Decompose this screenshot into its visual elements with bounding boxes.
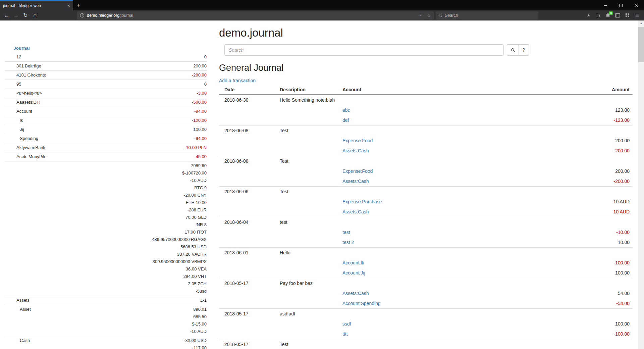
account-name-link[interactable]: Jij bbox=[5, 125, 92, 134]
posting-account-link[interactable]: Expense:Food bbox=[342, 168, 373, 174]
extension-icon[interactable]: 0 bbox=[603, 11, 613, 20]
sidebar-account-row: 7989.60$-100720.00-10 AUDBTC 9-20.00 CNY… bbox=[5, 161, 207, 296]
journal-header-row: Date Description Account Amount bbox=[219, 85, 633, 95]
transaction-row[interactable]: 2018-06-08Test bbox=[219, 156, 633, 166]
page-scrollbar[interactable]: ▲ bbox=[638, 20, 644, 349]
main-panel: demo.journal ? General Journal Add a tra… bbox=[219, 20, 633, 349]
account-name-link[interactable]: 4101 Girokonto bbox=[5, 71, 92, 80]
account-balance: 890.01685.50$-15.00-10 AUD bbox=[92, 305, 207, 336]
account-name-link[interactable]: <u>hello</u> bbox=[5, 89, 92, 98]
posting-account-link[interactable]: Account:lk bbox=[342, 260, 364, 265]
posting-account-link[interactable]: Assets:Cash bbox=[342, 291, 369, 296]
posting-account-link[interactable]: abc bbox=[342, 107, 350, 113]
posting-account-link[interactable]: test 2 bbox=[342, 240, 354, 245]
search-submit-button[interactable] bbox=[507, 44, 519, 56]
account-name-link[interactable]: Asets:MunyPile bbox=[5, 152, 92, 161]
account-name-link[interactable]: 301 Beiträge bbox=[5, 62, 92, 71]
transaction-row[interactable]: 2018-06-08Test bbox=[219, 126, 633, 136]
account-name-link[interactable]: Cash bbox=[5, 336, 92, 349]
transaction-row[interactable]: 2018-05-17Pay foo bar baz bbox=[219, 278, 633, 289]
empty-description-cell bbox=[274, 319, 337, 329]
maximize-button[interactable] bbox=[613, 0, 629, 10]
library-icon[interactable] bbox=[593, 11, 603, 20]
empty-amount-cell bbox=[569, 126, 633, 136]
transaction-row[interactable]: 2018-06-01Hello bbox=[219, 248, 633, 258]
posting-account-link[interactable]: Account:Jij bbox=[342, 270, 365, 276]
account-name-link[interactable]: Account bbox=[5, 107, 92, 116]
account-name-link[interactable]: 95 bbox=[5, 80, 92, 89]
page-actions-icon[interactable]: ⋯ bbox=[418, 13, 423, 18]
search-buttons: ? bbox=[507, 44, 529, 56]
account-name-link[interactable]: 12 bbox=[5, 53, 92, 62]
transaction-description: Hello Something note:blah bbox=[274, 95, 337, 105]
account-balance: -3.00 bbox=[92, 89, 207, 98]
account-name-link[interactable]: lk bbox=[5, 116, 92, 125]
tab-close-icon[interactable]: × bbox=[67, 3, 70, 8]
empty-description-cell bbox=[274, 166, 337, 176]
account-name-link[interactable]: Aaasets:DH bbox=[5, 98, 92, 107]
back-button[interactable]: ← bbox=[2, 11, 11, 20]
transaction-row[interactable]: 2018-06-30Hello Something note:blah bbox=[219, 95, 633, 105]
empty-description-cell bbox=[274, 146, 337, 156]
transaction-row[interactable]: 2018-06-06Test bbox=[219, 187, 633, 197]
posting-account-link[interactable]: Assets:Cash bbox=[342, 179, 369, 184]
transaction-row[interactable]: 2018-05-17Test bbox=[219, 339, 633, 349]
sidebar-account-row: 4101 Girokonto-200.00 bbox=[5, 71, 207, 80]
balance-amount: 2.05 ZCH bbox=[92, 280, 207, 288]
posting-account-link[interactable]: test bbox=[342, 230, 350, 235]
posting-account-link[interactable]: Assets:Cash bbox=[342, 148, 369, 153]
journal-link[interactable]: Journal bbox=[5, 44, 207, 53]
bookmark-star-icon[interactable]: ☆ bbox=[427, 13, 431, 18]
balance-amount: -288 EUR bbox=[92, 206, 207, 214]
forward-button[interactable]: → bbox=[11, 11, 21, 20]
grid-icon[interactable] bbox=[623, 11, 632, 20]
posting-account-link[interactable]: Assets:Cash bbox=[342, 209, 369, 214]
site-info-icon[interactable] bbox=[80, 13, 85, 18]
posting-account-link[interactable]: Expense:Food bbox=[342, 138, 373, 143]
url-bar[interactable]: demo.hledger.org/journal ⋯ ☆ bbox=[77, 11, 434, 19]
posting-account-cell: def bbox=[337, 115, 569, 126]
transaction-row[interactable]: 2018-06-04test bbox=[219, 217, 633, 228]
empty-description-cell bbox=[274, 258, 337, 268]
scrollbar-thumb[interactable] bbox=[638, 27, 644, 62]
posting-account-link[interactable]: Expense:Purchase bbox=[342, 199, 382, 204]
empty-account-cell bbox=[337, 309, 569, 319]
posting-account-cell: Account:Spending bbox=[337, 298, 569, 309]
new-tab-button[interactable]: + bbox=[73, 0, 84, 10]
posting-account-cell: Assets:Cash bbox=[337, 288, 569, 298]
account-name-link[interactable]: Aktywa:mBank bbox=[5, 143, 92, 152]
account-name-link[interactable]: Assets bbox=[5, 296, 92, 305]
sidebar-account-row: <u>hello</u>-3.00 bbox=[5, 89, 207, 98]
sidebar-account-row: Aaasets:DH-500.00 bbox=[5, 98, 207, 107]
posting-account-link[interactable]: def bbox=[342, 117, 349, 123]
add-transaction-link[interactable]: Add a transaction bbox=[219, 78, 256, 84]
transaction-row[interactable]: 2018-05-17asdfadf bbox=[219, 309, 633, 319]
account-name-link[interactable]: Asset bbox=[5, 305, 92, 336]
balance-amount: -10 AUD bbox=[92, 177, 207, 184]
posting-account-link[interactable]: tttt bbox=[342, 331, 348, 337]
search-help-button[interactable]: ? bbox=[519, 44, 529, 56]
downloads-icon[interactable] bbox=[584, 11, 593, 20]
close-button[interactable] bbox=[629, 0, 644, 10]
balance-amount: 294.00 VHT bbox=[92, 273, 207, 280]
menu-icon[interactable]: ≡ bbox=[632, 11, 642, 20]
minimize-button[interactable] bbox=[598, 0, 613, 10]
empty-amount-cell bbox=[569, 95, 633, 105]
browser-window: { "colors": { "link_blue": "#337ab7", "n… bbox=[0, 0, 644, 349]
empty-amount-cell bbox=[569, 187, 633, 197]
balance-amount: 489.957000000000 RGAGX bbox=[92, 236, 207, 243]
account-balance: 200.00 bbox=[92, 62, 207, 71]
journal-search-input[interactable] bbox=[224, 44, 504, 56]
browser-tab[interactable]: journal - hledger-web × bbox=[0, 0, 73, 10]
reload-button[interactable]: ↻ bbox=[21, 11, 30, 20]
empty-account-cell bbox=[337, 248, 569, 258]
posting-row: Assets:Cash54.00 bbox=[219, 288, 633, 298]
scrollbar-up-icon[interactable]: ▲ bbox=[638, 20, 644, 26]
sidebar-toggle-icon[interactable] bbox=[613, 11, 623, 20]
empty-description-cell bbox=[274, 136, 337, 146]
posting-account-link[interactable]: ssdf bbox=[342, 321, 351, 327]
account-name-link[interactable]: Spending bbox=[5, 134, 92, 143]
home-button[interactable]: ⌂ bbox=[30, 11, 40, 20]
posting-account-link[interactable]: Account:Spending bbox=[342, 301, 381, 306]
browser-search-bar[interactable]: Search bbox=[436, 11, 538, 19]
